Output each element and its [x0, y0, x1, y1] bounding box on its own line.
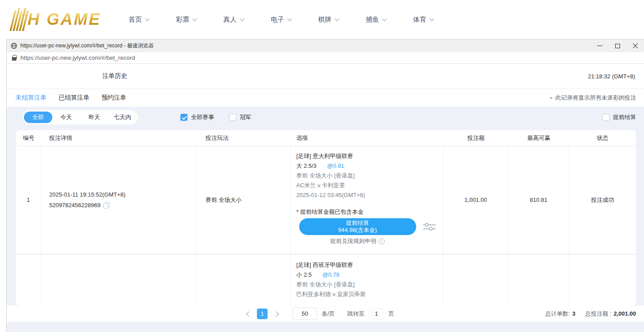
info-icon[interactable] [379, 238, 385, 244]
col-bet-detail: 投注详情 [41, 134, 197, 142]
nav-label: 彩票 [176, 15, 189, 24]
page-size-input[interactable] [293, 308, 317, 320]
bet-detail-cell [41, 255, 197, 305]
page-unit-label: 页 [388, 310, 394, 318]
nav-item-lottery[interactable]: 彩票 [176, 15, 196, 24]
col-amount: 投注额 [443, 134, 508, 142]
nav-label: 体育 [413, 15, 426, 24]
cashout-button-label: 提前结算 [299, 220, 416, 227]
page-header: 注单历史 21:18:32 (GMT+8) [7, 64, 644, 89]
page-title: 注单历史 [102, 72, 127, 80]
cashout-rule-text: 提前兑现规则申明 [330, 237, 376, 245]
next-page-button[interactable] [273, 310, 280, 317]
logo-text: H GAME [27, 10, 101, 29]
footer-bar: 1 条/页 跳转至 页 总计单数:3 总投注额 :2,001.00 [7, 305, 644, 322]
col-status: 状态 [569, 134, 636, 142]
status-badge [569, 255, 636, 305]
browser-window: https://user-pc-new.jylywl.com/#/bet_rec… [6, 39, 644, 332]
league-name: [足球] 西班牙甲级联赛 [297, 260, 443, 270]
site-header: H GAME 首页 彩票 真人 电子 棋牌 捕鱼 体育 [0, 0, 644, 39]
cashout-rule-link[interactable]: 提前兑现规则申明 [297, 237, 419, 245]
early-settle-label: 提前结算 [613, 113, 636, 121]
jump-to-label: 跳转至 [347, 310, 364, 318]
total-amount-value: 2,001.00 [613, 310, 636, 317]
nav-label: 真人 [223, 15, 237, 24]
nav-item-live[interactable]: 真人 [223, 15, 243, 24]
match-time: 2025-01-12 03:45(GMT+8) [297, 190, 443, 200]
col-number: 编号 [16, 134, 41, 142]
content-band: 全部 今天 昨天 七天内 全部赛事 冠军 [7, 107, 644, 332]
browser-titlebar[interactable]: https://user-pc-new.jylywl.com/#/bet_rec… [7, 39, 644, 52]
filter-row: 全部 今天 昨天 七天内 全部赛事 冠军 [23, 110, 636, 125]
tabs-row: 未结算注单 已结算注单 预约注单 此记录将显示所有未派彩的投注 [7, 89, 644, 107]
market-type: 赛前 全场大小 [香港盘] [297, 280, 443, 290]
col-max-win: 最高可赢 [508, 134, 569, 142]
nav-label: 捕鱼 [366, 15, 379, 24]
maximize-button[interactable] [609, 39, 626, 52]
summary-totals: 总计单数:3 总投注额 :2,001.00 [545, 310, 636, 318]
odds-value: @0.78 [322, 271, 340, 278]
range-today-button[interactable]: 今天 [52, 112, 81, 123]
date-range-group: 全部 今天 昨天 七天内 [23, 110, 138, 124]
checkbox-unchecked-icon [229, 114, 236, 121]
all-events-checkbox[interactable]: 全部赛事 [180, 113, 214, 121]
table-row: 1 2025-01-11 19:15:52(GMT+8) 52097824562… [16, 146, 636, 254]
nav-item-chess[interactable]: 棋牌 [318, 15, 338, 24]
champion-checkbox[interactable]: 冠军 [229, 113, 251, 121]
record-note-text: 此记录将显示所有未派彩的投注 [555, 94, 636, 102]
table-row: [足球] 西班牙甲级联赛 小 2.5@0.78 赛前 全场大小 [香港盘] 巴利… [16, 254, 636, 305]
nav-item-home[interactable]: 首页 [129, 15, 148, 24]
league-name: [足球] 意大利甲级联赛 [297, 151, 443, 161]
champion-label: 冠军 [240, 113, 251, 121]
chevron-down-icon [192, 16, 197, 21]
bet-amount: 1,001.00 [443, 146, 508, 254]
tab-settled[interactable]: 已结算注单 [59, 94, 90, 102]
nav-label: 棋牌 [318, 15, 332, 24]
browser-urlbar[interactable]: https://user-pc-new.jylywl.com/#/bet_rec… [7, 52, 644, 64]
per-page-label: 条/页 [322, 310, 335, 318]
minimize-button[interactable] [591, 39, 609, 52]
total-count: 总计单数:3 [545, 310, 575, 318]
site-logo[interactable]: H GAME [12, 8, 101, 31]
prev-page-button[interactable] [245, 310, 252, 317]
lock-icon [12, 55, 16, 61]
row-number [16, 255, 41, 305]
range-7days-button[interactable]: 七天内 [109, 112, 137, 123]
range-all-button[interactable]: 全部 [24, 112, 52, 123]
nav-label: 首页 [129, 15, 142, 24]
copy-icon[interactable] [103, 202, 110, 208]
url-text[interactable]: https://user-pc-new.jylywl.com/#/bet_rec… [20, 54, 135, 61]
selection: 大 2.5/3 [297, 162, 317, 169]
cashout-button[interactable]: 提前结算 944.98(含本金) [299, 218, 416, 235]
max-win [508, 255, 569, 305]
nav-item-slots[interactable]: 电子 [271, 15, 291, 24]
bullet-dot-icon [550, 97, 552, 99]
chevron-down-icon [335, 16, 340, 21]
window-title: https://user-pc-new.jylywl.com/#/bet_rec… [20, 42, 154, 50]
record-note: 此记录将显示所有未派彩的投注 [550, 94, 636, 102]
selection-line: 小 2.5@0.78 [297, 270, 443, 280]
checkbox-checked-icon [180, 114, 187, 121]
range-yesterday-button[interactable]: 昨天 [80, 112, 109, 123]
nav-item-sports[interactable]: 体育 [413, 15, 433, 24]
tab-unsettled[interactable]: 未结算注单 [16, 94, 47, 102]
odds-value: @0.81 [327, 162, 344, 169]
match-teams: 巴利亚多利德 v 皇家贝蒂斯 [297, 290, 443, 299]
bet-record-page: 注单历史 21:18:32 (GMT+8) 未结算注单 已结算注单 预约注单 此… [7, 64, 644, 332]
bet-id: 5209782456228969 [49, 202, 101, 208]
nav-item-fishing[interactable]: 捕鱼 [366, 15, 386, 24]
server-clock: 21:18:32 (GMT+8) [588, 73, 635, 80]
chevron-down-icon [145, 16, 150, 21]
jump-page-input[interactable] [369, 308, 384, 320]
col-play-type: 投注玩法 [197, 134, 291, 142]
close-button[interactable] [626, 39, 644, 52]
play-type-cell [197, 255, 291, 305]
chevron-down-icon [382, 16, 387, 21]
main-nav: 首页 彩票 真人 电子 棋牌 捕鱼 体育 [129, 15, 433, 24]
sliders-icon[interactable] [422, 221, 437, 232]
event-filter-group: 全部赛事 冠军 [180, 113, 251, 121]
max-win: 810.81 [508, 146, 569, 254]
tab-reserved[interactable]: 预约注单 [101, 94, 126, 102]
early-settle-checkbox[interactable]: 提前结算 [602, 113, 636, 121]
current-page-button[interactable]: 1 [257, 309, 268, 319]
